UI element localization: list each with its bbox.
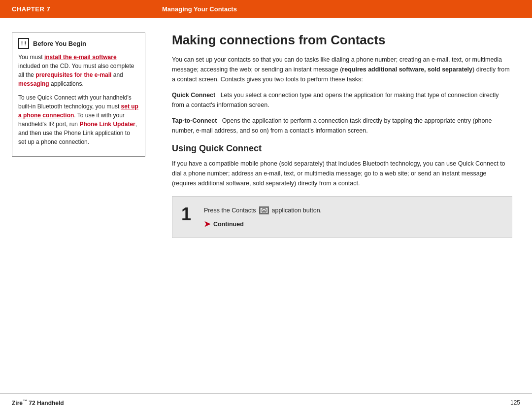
messaging-link: messaging <box>18 80 49 87</box>
tap-to-connect-label: Tap-to-Connect <box>172 117 217 124</box>
header-title: Managing Your Contacts <box>157 5 532 13</box>
sidebar-paragraph-1: You must install the e-mail software inc… <box>18 53 139 88</box>
sidebar: ! ! Before You Begin You must install th… <box>0 33 157 393</box>
tap-to-connect-term: Tap-to-Connect Opens the application to … <box>172 116 512 136</box>
section-paragraph: If you have a compatible mobile phone (s… <box>172 159 512 188</box>
continued-arrow-icon: ➤ <box>204 219 210 229</box>
before-you-begin-box: ! ! Before You Begin You must install th… <box>12 33 145 157</box>
trademark-symbol: ™ <box>23 399 27 404</box>
contacts-app-icon <box>259 206 269 214</box>
requires-additional-text: requires additional software, sold separ… <box>342 66 472 73</box>
quick-connect-term: Quick Connect Lets you select a connecti… <box>172 90 512 110</box>
footer-left: Zire™ 72 Handheld <box>12 399 64 407</box>
phone-connection-link[interactable]: set up a phone connection <box>18 103 138 119</box>
quick-connect-label: Quick Connect <box>172 92 215 99</box>
svg-point-1 <box>263 208 265 211</box>
page-title: Making connections from Contacts <box>172 33 512 48</box>
header-bar: CHAPTER 7 Managing Your Contacts <box>0 0 532 18</box>
step-content: Press the Contacts application button. <box>204 206 500 229</box>
page-number: 125 <box>510 399 520 406</box>
step-box: 1 Press the Contacts appli <box>172 196 512 238</box>
step-number: 1 <box>181 206 196 223</box>
exclamation-icon: ! ! <box>18 38 29 49</box>
install-email-link[interactable]: install the e-mail software <box>44 54 117 61</box>
sidebar-paragraph-2: To use Quick Connect with your handheld'… <box>18 93 139 146</box>
step-text-after: application button. <box>272 206 322 215</box>
content-area: Making connections from Contacts You can… <box>157 33 532 393</box>
step-text-before: Press the Contacts <box>204 206 256 215</box>
prerequisites-link: prerequisites for the e-mail <box>35 71 111 78</box>
main-layout: ! ! Before You Begin You must install th… <box>0 18 532 393</box>
header-chapter: CHAPTER 7 <box>0 5 157 13</box>
before-you-begin-title: Before You Begin <box>33 40 86 47</box>
before-you-begin-header: ! ! Before You Begin <box>18 38 139 49</box>
svg-rect-0 <box>260 207 268 214</box>
continued-line: ➤ Continued <box>204 219 500 229</box>
phone-link-updater: Phone Link Updater <box>79 121 135 128</box>
using-quick-connect-heading: Using Quick Connect <box>172 143 512 154</box>
intro-paragraph: You can set up your contacts so that you… <box>172 55 512 84</box>
sidebar-text: You must install the e-mail software inc… <box>18 53 139 146</box>
continued-label: Continued <box>213 221 244 228</box>
step-text: Press the Contacts application button. <box>204 206 500 215</box>
footer: Zire™ 72 Handheld 125 <box>0 393 532 411</box>
